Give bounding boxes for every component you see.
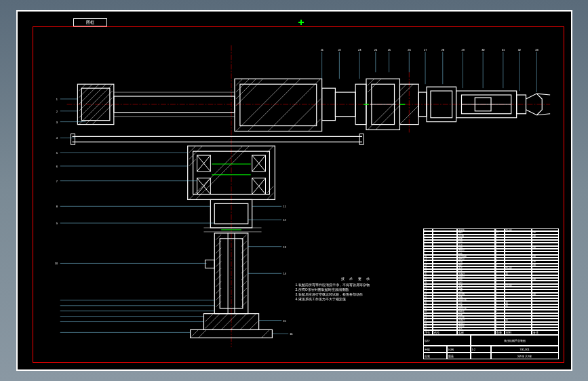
svg-line-113 [205,314,213,322]
svg-text:28: 28 [441,48,444,52]
svg-text:13: 13 [283,245,286,249]
svg-text:4: 4 [56,136,58,140]
svg-text:10: 10 [54,262,58,265]
tb-weight-label: 重量 [447,353,471,359]
svg-text:29: 29 [461,48,464,52]
svg-line-68 [189,146,202,159]
svg-line-110 [241,302,246,307]
parts-list: 35手爪134连接板233夹紧缸132活塞杆14531导向套130端盖129轴承… [423,228,559,330]
tb-scale-val: 1:2 [471,346,491,353]
svg-line-105 [241,268,246,273]
svg-line-93 [216,261,221,266]
svg-text:22: 22 [338,48,340,52]
header-note: 备注 [532,330,559,335]
tb-scale-label: 比例 [447,346,471,353]
svg-line-118 [239,314,256,330]
header-code: 代号 [433,330,457,335]
notes-heading: 技 术 要 求 [296,277,418,281]
technical-notes: 技 术 要 求 1.装配前所有零件应清洗干净，不得有铁屑等杂物 2.所有O形密封… [296,277,418,302]
tb-drawing-name: 液压机械手总装图 [471,335,559,346]
svg-text:15: 15 [283,319,286,323]
svg-line-92 [216,255,221,260]
svg-line-98 [216,295,221,300]
notes-line: 1.装配前所有零件应清洗干净，不得有铁屑等杂物 [296,283,418,287]
svg-line-90 [216,241,221,247]
svg-line-108 [241,288,246,294]
svg-text:30: 30 [482,48,485,52]
svg-line-22 [235,79,288,131]
svg-line-100 [241,235,246,240]
header-num: 序号 [423,330,433,335]
svg-line-116 [221,314,237,330]
svg-line-104 [241,261,246,266]
svg-line-121 [198,329,206,338]
tb-weight-val [471,353,491,359]
notes-line: 4.液压系统工作压力不大于规定值 [296,297,418,302]
svg-line-73 [267,186,273,193]
svg-line-19 [235,79,249,92]
svg-text:6: 6 [56,165,58,168]
svg-line-102 [241,248,246,254]
svg-text:33: 33 [535,48,538,52]
svg-line-25 [288,99,321,132]
svg-line-96 [216,281,221,287]
svg-line-23 [248,79,300,131]
svg-text:8: 8 [56,205,58,208]
svg-text:24: 24 [374,48,377,52]
svg-line-41 [399,84,406,91]
svg-line-101 [241,241,246,247]
svg-line-74 [267,146,273,153]
svg-text:9: 9 [56,222,57,225]
svg-line-107 [241,281,246,287]
tb-drawing-number: 700-001 [491,346,559,353]
center-mark-icon [298,20,304,25]
svg-line-99 [216,302,221,307]
svg-line-106 [241,275,246,280]
svg-line-39 [367,98,399,130]
tb-design-label: 设计 [423,335,471,346]
svg-line-117 [231,314,247,330]
svg-rect-52 [359,134,364,144]
svg-text:23: 23 [358,48,361,52]
svg-line-26 [308,119,320,132]
notes-line: 3.装配后应进行空载运转试验，检查各部动作 [296,292,418,297]
header-name: 名称 [457,330,495,335]
header-qty: 数量 [495,330,505,335]
title-block: 35手爪134连接板233夹紧缸132活塞杆14531导向套130端盖129轴承… [423,228,559,357]
svg-text:32: 32 [517,48,520,52]
svg-line-94 [216,268,221,273]
svg-line-9 [79,84,92,98]
svg-line-13 [79,91,112,124]
svg-text:5: 5 [56,151,58,155]
svg-line-119 [249,322,257,330]
svg-line-24 [268,79,320,131]
svg-text:11: 11 [283,205,286,208]
svg-text:25: 25 [387,48,391,52]
svg-line-91 [216,248,221,254]
svg-line-89 [216,235,221,240]
svg-line-20 [235,79,256,99]
svg-line-115 [212,314,228,330]
svg-line-109 [241,295,246,300]
svg-text:12: 12 [283,218,286,222]
svg-text:26: 26 [408,48,411,52]
svg-line-38 [367,79,380,92]
parts-header-row: 序号 代号 名称 数量 材料 备注 [423,330,559,335]
svg-text:27: 27 [424,48,427,52]
svg-text:1: 1 [56,98,57,101]
svg-rect-51 [71,134,75,144]
cad-viewport-frame: 图框 [16,10,572,371]
svg-text:7: 7 [56,180,57,183]
svg-line-103 [241,255,246,260]
svg-rect-17 [239,84,316,125]
svg-line-70 [189,146,242,199]
tb-sheet-info: 第1张 共1张 [491,353,559,359]
svg-line-114 [205,314,220,329]
svg-line-97 [216,288,221,294]
svg-line-120 [191,329,198,336]
svg-text:21: 21 [320,48,323,52]
svg-line-12 [79,84,112,117]
svg-line-42 [399,84,413,98]
notes-line: 2.所有O形密封圈装配时应涂润滑脂 [296,287,418,292]
header-mat: 材料 [505,330,532,335]
